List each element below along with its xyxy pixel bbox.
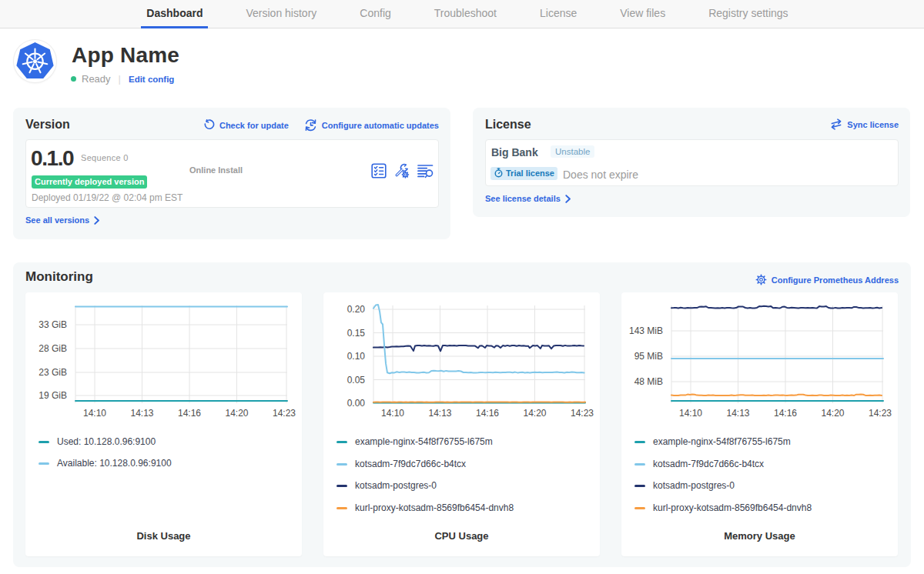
svg-text:28 GiB: 28 GiB: [38, 343, 67, 354]
svg-text:14:13: 14:13: [726, 408, 749, 419]
svg-text:14:23: 14:23: [869, 408, 892, 419]
svg-text:14:20: 14:20: [821, 408, 844, 419]
svg-text:14:13: 14:13: [428, 408, 451, 419]
svg-text:14:23: 14:23: [571, 408, 594, 419]
svg-text:0.00: 0.00: [347, 398, 366, 409]
svg-text:95 MiB: 95 MiB: [634, 351, 663, 362]
svg-text:14:16: 14:16: [178, 408, 201, 419]
svg-text:0.20: 0.20: [347, 304, 366, 315]
svg-text:143 MiB: 143 MiB: [629, 325, 663, 336]
svg-text:14:20: 14:20: [225, 408, 248, 419]
svg-text:14:16: 14:16: [774, 408, 797, 419]
svg-text:14:23: 14:23: [273, 408, 296, 419]
svg-text:23 GiB: 23 GiB: [38, 367, 67, 378]
svg-text:0.15: 0.15: [347, 328, 366, 339]
svg-text:14:13: 14:13: [130, 408, 153, 419]
svg-text:33 GiB: 33 GiB: [38, 319, 67, 330]
svg-text:14:20: 14:20: [523, 408, 546, 419]
svg-text:14:10: 14:10: [83, 408, 106, 419]
svg-text:14:10: 14:10: [679, 408, 702, 419]
svg-text:0.10: 0.10: [347, 351, 366, 362]
svg-text:14:16: 14:16: [476, 408, 499, 419]
svg-text:48 MiB: 48 MiB: [634, 376, 663, 387]
svg-text:19 GiB: 19 GiB: [38, 390, 67, 401]
svg-text:14:10: 14:10: [381, 408, 404, 419]
svg-text:0.05: 0.05: [347, 375, 366, 385]
